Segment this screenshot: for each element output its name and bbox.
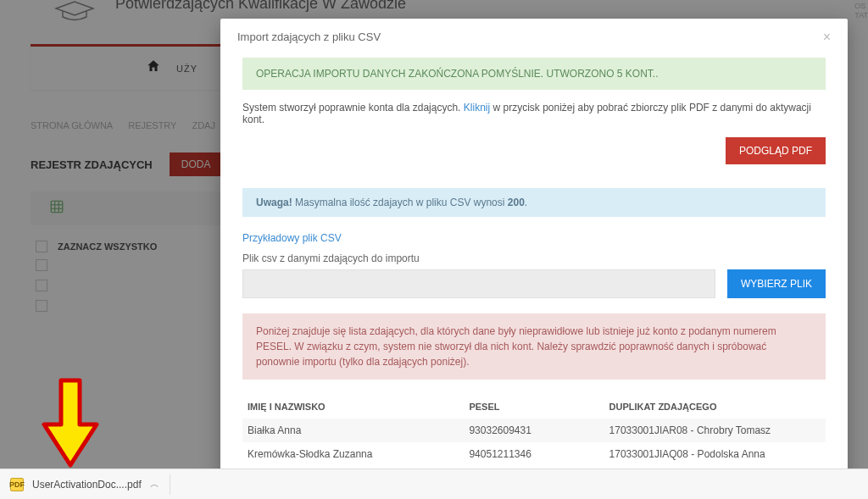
choose-file-button[interactable]: WYBIERZ PLIK [727, 269, 826, 298]
download-item[interactable]: PDF UserActivationDoc....pdf ︿ [0, 469, 170, 499]
table-row: Kremówka-Słodka Zuzanna 94051211346 1703… [242, 442, 826, 466]
success-alert: OPERACJA IMPORTU DANYCH ZAKOŃCZONA POMYŚ… [242, 58, 826, 90]
close-icon[interactable]: × [823, 30, 831, 44]
col-name: IMIĘ I NAZWISKO [242, 395, 464, 419]
separator [170, 474, 170, 495]
sample-csv-link[interactable]: Przykładowy plik CSV [242, 232, 342, 244]
file-field-label: Plik csv z danymi zdających do importu [242, 252, 826, 264]
table-row: Białka Anna 93032609431 17033001JIAR08 -… [242, 419, 826, 442]
info-alert: Uwaga! Masymalna ilość zdajaych w pliku … [242, 188, 826, 217]
modal-title: Import zdających z pliku CSV [237, 30, 381, 43]
chevron-up-icon[interactable]: ︿ [150, 478, 159, 491]
error-table: IMIĘ I NAZWISKO PESEL DUPLIKAT ZDAJĄCEGO… [242, 395, 826, 466]
download-filename: UserActivationDoc....pdf [32, 479, 142, 491]
warning-alert: Poniżej znajduje się lista zdających, dl… [242, 313, 826, 380]
description-text: System stworzył poprawnie konta dla zdaj… [242, 102, 826, 125]
download-bar: PDF UserActivationDoc....pdf ︿ [0, 469, 868, 499]
download-link-inline[interactable]: Kliknij [464, 102, 490, 114]
col-duplicate: DUPLIKAT ZDAJĄCEGO [604, 395, 826, 419]
preview-pdf-button[interactable]: PODGLĄD PDF [726, 137, 826, 164]
file-path-display [242, 269, 715, 298]
import-modal: Import zdających z pliku CSV × OPERACJA … [220, 19, 848, 499]
pdf-file-icon: PDF [10, 478, 24, 491]
col-pesel: PESEL [464, 395, 604, 419]
